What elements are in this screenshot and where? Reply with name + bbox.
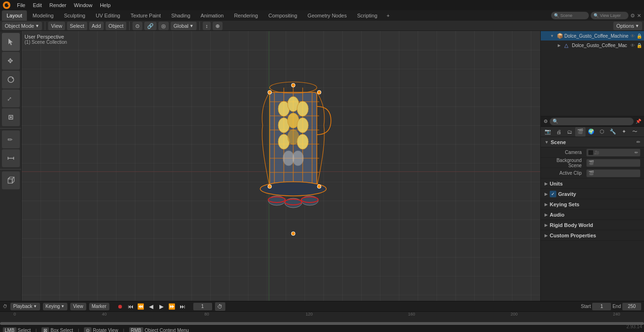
menu-render[interactable]: Render xyxy=(46,0,70,10)
start-label: Start xyxy=(581,304,591,309)
viewlayer-search[interactable]: 🔍 View Layer xyxy=(591,12,628,19)
view-menu-timeline[interactable]: View xyxy=(70,303,86,310)
menu-help[interactable]: Help xyxy=(96,0,115,10)
end-frame-input[interactable]: 250 xyxy=(622,303,641,310)
object-menu[interactable]: Object xyxy=(106,22,126,30)
tab-geometry-nodes[interactable]: Geometry Nodes xyxy=(303,10,351,21)
timeline-scrollbar-thumb[interactable] xyxy=(0,322,644,325)
transform-pivot-btn[interactable]: ⊙ xyxy=(132,22,142,30)
props-tab-particles[interactable]: ✦ xyxy=(619,127,629,137)
tab-modeling[interactable]: Modeling xyxy=(28,10,58,21)
props-tab-world[interactable]: 🌍 xyxy=(586,127,596,137)
tab-rendering[interactable]: Rendering xyxy=(229,10,263,21)
proportional-edit-btn[interactable]: ◎ xyxy=(158,22,169,30)
svg-text:✏: ✏ xyxy=(8,136,13,143)
rotate-tool[interactable] xyxy=(2,71,20,89)
playback-menu[interactable]: Playback ▼ xyxy=(10,303,40,310)
context-label: Object Context Menu xyxy=(145,328,189,332)
tab-layout[interactable]: Layout xyxy=(2,10,27,21)
custom-props-header[interactable]: ▶ Custom Properties xyxy=(541,230,644,241)
annotate-tool[interactable]: ✏ xyxy=(2,130,20,148)
blender-logo[interactable] xyxy=(0,0,13,10)
frame-playback-toggle[interactable]: ⏱ xyxy=(215,302,225,311)
scale-tool[interactable]: ⤢ xyxy=(2,89,20,107)
options-button[interactable]: Options ▼ xyxy=(613,22,642,30)
props-tab-modifier[interactable]: 🔧 xyxy=(608,127,618,137)
status-bar: LMB Select | ⊠ Box Select | ⊙ Rotate Vie… xyxy=(0,325,644,332)
gravity-section-header[interactable]: ▶ ✓ Gravity xyxy=(541,189,644,199)
menu-window[interactable]: Window xyxy=(70,0,96,10)
view-menu[interactable]: View xyxy=(48,22,65,30)
camera-value[interactable]: 🎥 ✏ xyxy=(586,149,640,156)
tree-item-coffee-machine[interactable]: ▼ 📦 Dolce_Gusto_Coffee_Machine 👁 🔒 xyxy=(541,31,644,40)
active-clip-icon: 🎬 xyxy=(588,170,594,176)
start-frame-input[interactable]: 1 xyxy=(592,303,611,310)
scene-edit-icon[interactable]: ✏ xyxy=(636,139,640,145)
props-tab-object[interactable]: ⬡ xyxy=(597,127,607,137)
frame-ruler: 0 40 80 120 160 200 240 xyxy=(2,312,642,322)
overlay-toggle[interactable]: ⊕ xyxy=(213,22,223,30)
keying-menu[interactable]: Keying ▼ xyxy=(43,303,68,310)
measure-tool[interactable] xyxy=(2,149,20,167)
select-menu[interactable]: Select xyxy=(67,22,87,30)
record-btn[interactable]: ⏺ xyxy=(116,302,124,311)
transform-tool[interactable] xyxy=(2,108,20,126)
rotate-label: Rotate View xyxy=(93,328,118,332)
object-mode-dropdown[interactable]: Object Mode ▼ xyxy=(2,22,42,30)
tab-shading[interactable]: Shading xyxy=(166,10,195,21)
main-viewport[interactable]: User Perspective (1) Scene Collection Y … xyxy=(22,31,584,301)
svg-point-40 xyxy=(260,182,326,196)
tab-scripting[interactable]: Scripting xyxy=(352,10,382,21)
move-tool[interactable]: ✥ xyxy=(2,52,20,70)
status-context: RMB Object Context Menu xyxy=(129,327,189,332)
context-key: RMB xyxy=(129,327,143,332)
keying-sets-header[interactable]: ▶ Keying Sets xyxy=(541,199,644,210)
props-tab-scene[interactable]: 🎬 xyxy=(575,127,586,137)
timeline-frame-bar[interactable]: 0 40 80 120 160 200 240 xyxy=(0,312,644,322)
skip-start-btn[interactable]: ⏮ xyxy=(126,302,135,311)
menu-file[interactable]: File xyxy=(13,0,29,10)
props-tab-physics[interactable]: 〜 xyxy=(629,127,640,137)
props-tab-viewlayer[interactable]: 🗂 xyxy=(564,127,575,137)
tab-animation[interactable]: Animation xyxy=(196,10,229,21)
add-menu[interactable]: Add xyxy=(89,22,104,30)
transform-snap-btn[interactable]: 🔗 xyxy=(144,22,157,30)
units-section-header[interactable]: ▶ Units xyxy=(541,178,644,189)
audio-section-header[interactable]: ▶ Audio xyxy=(541,210,644,220)
timeline-scrollbar[interactable] xyxy=(0,322,644,325)
tree-item-coffee-mesh[interactable]: ▶ △ Dolce_Gusto_Coffee_Mac 👁 🔒 xyxy=(541,40,644,50)
scene-close-icon[interactable]: ✕ xyxy=(637,13,641,19)
props-scene-section-header[interactable]: ▼ Scene ✏ xyxy=(541,137,644,147)
tab-sculpting[interactable]: Sculpting xyxy=(59,10,90,21)
gravity-checkbox[interactable]: ✓ xyxy=(550,191,556,197)
skip-end-btn[interactable]: ⏭ xyxy=(178,302,187,311)
background-scene-value[interactable]: 🎬 xyxy=(586,159,640,167)
cursor-tool[interactable] xyxy=(2,33,20,51)
add-workspace-button[interactable]: + xyxy=(383,10,393,21)
props-pin-icon[interactable]: 📌 xyxy=(636,119,641,124)
camera-edit-icon[interactable]: ✏ xyxy=(635,150,638,155)
svg-point-34 xyxy=(297,118,308,133)
props-search[interactable]: 🔍 xyxy=(550,118,634,125)
play-back-btn[interactable]: ◀ xyxy=(147,302,156,311)
scene-search[interactable]: 🔍 Scene xyxy=(551,12,589,19)
active-clip-value[interactable]: 🎬 xyxy=(586,170,640,177)
tab-uv-editing[interactable]: UV Editing xyxy=(91,10,125,21)
props-tab-output[interactable]: 🖨 xyxy=(553,127,564,137)
current-frame-display[interactable]: 1 xyxy=(193,303,212,310)
menu-edit[interactable]: Edit xyxy=(29,0,46,10)
gizmo-toggle[interactable]: ↕ xyxy=(203,22,211,30)
play-btn[interactable]: ▶ xyxy=(157,302,166,311)
frame-40: 40 xyxy=(102,312,107,316)
marker-menu[interactable]: Marker xyxy=(89,303,109,310)
tab-texture-paint[interactable]: Texture Paint xyxy=(126,10,165,21)
transform-global-btn[interactable]: Global ▼ xyxy=(171,22,197,30)
step-forward-btn[interactable]: ⏩ xyxy=(168,302,176,311)
step-back-btn[interactable]: ⏪ xyxy=(137,302,145,311)
scene-settings-icon[interactable]: ⚙ xyxy=(630,13,635,19)
add-cube-tool[interactable] xyxy=(2,171,20,189)
tab-compositing[interactable]: Compositing xyxy=(264,10,302,21)
rigid-body-header[interactable]: ▶ Rigid Body World xyxy=(541,220,644,230)
gravity-arrow: ▶ xyxy=(545,192,548,196)
props-tab-render[interactable]: 📷 xyxy=(543,127,553,137)
